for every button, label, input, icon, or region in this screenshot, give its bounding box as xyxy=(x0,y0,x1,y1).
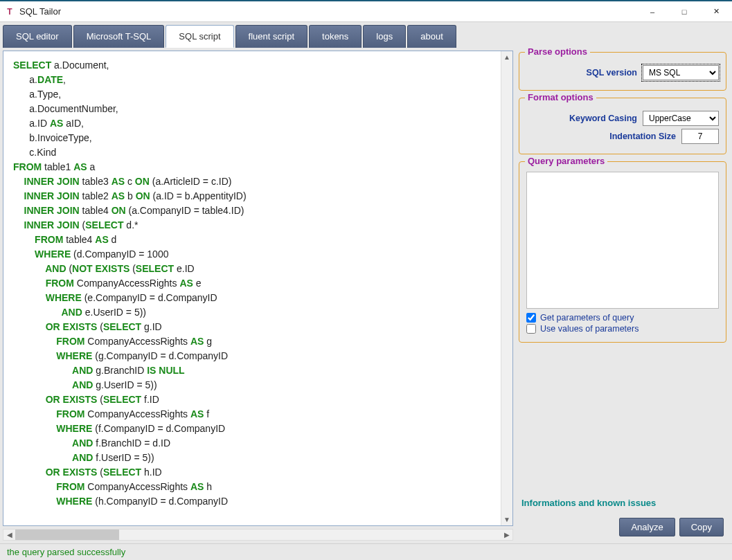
tab-bar: SQL editorMicrosoft T-SQLSQL scriptfluen… xyxy=(0,22,732,48)
minimize-button[interactable]: – xyxy=(636,1,668,22)
scroll-thumb[interactable] xyxy=(15,530,119,540)
maximize-button[interactable]: □ xyxy=(668,1,700,22)
scroll-right-icon[interactable]: ▶ xyxy=(501,530,512,540)
app-icon: T xyxy=(4,6,15,17)
use-values-label: Use values of parameters xyxy=(540,324,639,334)
query-parameters-list[interactable] xyxy=(526,172,719,309)
sql-version-select[interactable]: MS SQL xyxy=(643,65,719,80)
title-bar: T SQL Tailor – □ ✕ xyxy=(0,1,732,22)
sql-version-label: SQL version xyxy=(526,68,637,78)
analyze-button[interactable]: Analyze xyxy=(619,518,675,536)
scroll-left-icon[interactable]: ◀ xyxy=(3,530,15,540)
query-parameters-title: Query parameters xyxy=(525,156,607,166)
tab-tokens[interactable]: tokens xyxy=(309,25,361,48)
window-title: SQL Tailor xyxy=(19,6,636,17)
get-parameters-checkbox[interactable] xyxy=(526,313,536,323)
tab-logs[interactable]: logs xyxy=(363,25,406,48)
tab-sql-editor[interactable]: SQL editor xyxy=(3,25,72,48)
info-link[interactable]: Informations and known issues xyxy=(519,498,726,508)
format-options-title: Format options xyxy=(525,92,596,102)
status-text: the query parsed successfully xyxy=(7,547,125,557)
tab-microsoft-t-sql[interactable]: Microsoft T-SQL xyxy=(73,25,165,48)
indentation-label: Indentation Size xyxy=(526,132,676,141)
keyword-casing-label: Keyword Casing xyxy=(526,114,637,123)
keyword-casing-select[interactable]: UpperCase xyxy=(643,111,719,126)
horizontal-scrollbar[interactable]: ◀ ▶ xyxy=(3,529,513,541)
get-parameters-label: Get parameters of query xyxy=(540,313,634,323)
close-button[interactable]: ✕ xyxy=(700,1,732,22)
parse-options-title: Parse options xyxy=(525,46,590,57)
query-parameters-group: Query parameters Get parameters of query… xyxy=(519,161,726,343)
parse-options-group: Parse options SQL version MS SQL xyxy=(519,52,726,91)
tab-fluent-script[interactable]: fluent script xyxy=(235,25,307,48)
tab-sql-script[interactable]: SQL script xyxy=(166,25,233,48)
format-options-group: Format options Keyword Casing UpperCase … xyxy=(519,98,726,154)
scroll-up-icon[interactable]: ▲ xyxy=(501,51,512,63)
sql-editor[interactable]: SELECT a.Document, a.DATE, a.Type, a.Doc… xyxy=(3,51,501,525)
vertical-scrollbar[interactable]: ▲ ▼ xyxy=(501,51,512,525)
indentation-input[interactable] xyxy=(681,129,719,144)
tab-about[interactable]: about xyxy=(407,25,456,48)
status-bar: the query parsed successfully xyxy=(0,543,732,560)
copy-button[interactable]: Copy xyxy=(679,518,724,536)
scroll-down-icon[interactable]: ▼ xyxy=(501,514,512,525)
use-values-checkbox[interactable] xyxy=(526,324,536,334)
